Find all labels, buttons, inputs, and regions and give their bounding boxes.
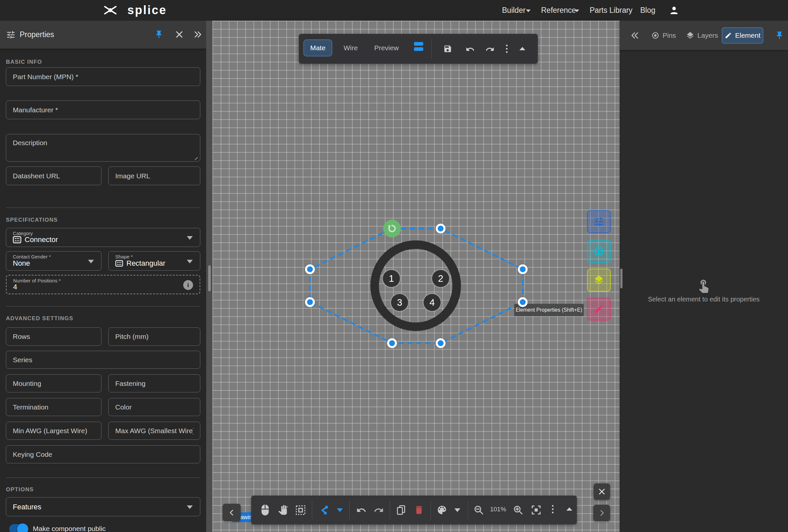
collapse-left-icon[interactable] [630, 31, 639, 40]
pin-panel-icon[interactable] [775, 31, 784, 40]
tab-mate[interactable]: Mate [303, 39, 332, 57]
keying-code-input[interactable] [6, 445, 200, 464]
datasheet-url-input[interactable] [6, 166, 101, 185]
side-layers-button[interactable] [587, 269, 611, 292]
undo-icon[interactable] [356, 505, 367, 515]
splice-logo-text: splice [127, 3, 167, 17]
panel-scrollbar-thumb[interactable] [208, 265, 211, 291]
tab-layers[interactable]: Layers [686, 21, 718, 50]
manufacturer-input[interactable] [6, 100, 200, 119]
info-icon[interactable]: i [183, 280, 193, 290]
connector-selection-graphic [213, 21, 619, 532]
properties-panel: Properties BASIC INFO SPECIFICATIONS Cat… [0, 21, 206, 532]
save-icon[interactable] [443, 44, 452, 53]
redo-icon[interactable] [485, 45, 494, 54]
mouse-tool-icon[interactable] [260, 504, 271, 516]
selection-handle-right-upper[interactable] [518, 264, 528, 274]
color-input[interactable] [109, 398, 200, 416]
palette-caret-icon[interactable] [454, 508, 460, 512]
delete-icon[interactable] [414, 504, 424, 516]
nav-parts-library[interactable]: Parts Library [590, 0, 632, 21]
rotate-handle[interactable] [383, 220, 401, 237]
prev-drawing-button[interactable] [223, 504, 241, 521]
circle-dot-icon [593, 245, 605, 257]
connector-pin-3[interactable]: 3 [391, 294, 408, 311]
selection-handle-left-upper[interactable] [305, 264, 315, 274]
wire-tool-icon[interactable] [318, 505, 329, 516]
selection-handle-bottom-left[interactable] [387, 338, 397, 348]
collapse-toolbar-icon[interactable] [519, 47, 525, 50]
zoom-out-icon[interactable] [473, 505, 484, 515]
make-public-toggle[interactable] [9, 524, 27, 532]
redo-icon[interactable] [374, 505, 384, 515]
min-awg-input[interactable] [6, 422, 101, 440]
tab-preview[interactable]: Preview [371, 39, 402, 57]
number-of-positions-field[interactable]: Number of Positions * 4 i [6, 275, 200, 294]
more-options-icon[interactable] [552, 505, 554, 513]
max-awg-input[interactable] [109, 422, 200, 440]
features-select[interactable]: Features [6, 497, 200, 516]
part-number-input[interactable] [6, 67, 200, 86]
series-input[interactable] [6, 351, 200, 369]
tab-pins[interactable]: Pins [651, 21, 676, 50]
layers-icon [686, 31, 694, 40]
side-pins-button[interactable] [587, 240, 611, 263]
pitch-input[interactable] [109, 328, 200, 346]
close-overlay-button[interactable] [594, 484, 610, 500]
section-specifications: SPECIFICATIONS [6, 217, 58, 223]
rows-input[interactable] [6, 328, 101, 346]
collapse-toolbar-icon[interactable] [566, 507, 572, 511]
marquee-select-icon[interactable] [295, 505, 306, 516]
shape-select[interactable]: Shape * Rectangular [109, 251, 200, 271]
section-options: OPTIONS [6, 486, 34, 493]
undo-icon[interactable] [466, 45, 475, 54]
selection-handle-top-right[interactable] [436, 224, 446, 234]
category-select[interactable]: Category Connector [6, 228, 200, 247]
panel-scrollbar[interactable] [206, 21, 213, 532]
user-account-icon[interactable] [669, 5, 679, 16]
termination-input[interactable] [6, 398, 101, 416]
selection-outline [310, 229, 523, 343]
zoom-in-icon[interactable] [513, 505, 524, 515]
side-element-edit-button[interactable] [587, 297, 611, 320]
side-tune-button[interactable] [587, 210, 611, 233]
pin-panel-icon[interactable] [154, 30, 163, 39]
nav-reference[interactable]: Reference [541, 0, 576, 21]
more-options-icon[interactable] [506, 45, 508, 53]
selection-handle-left-lower[interactable] [305, 297, 315, 307]
reference-caret-icon [575, 9, 579, 12]
description-textarea[interactable] [6, 134, 200, 162]
wire-tool-caret-icon[interactable] [337, 508, 343, 512]
tab-wire[interactable]: Wire [340, 39, 361, 57]
mounting-input[interactable] [6, 374, 101, 392]
features-caret-icon [187, 506, 193, 509]
collapse-panel-icon[interactable] [193, 30, 202, 39]
image-url-input[interactable] [109, 166, 200, 185]
shape-caret-icon [187, 260, 193, 263]
copy-icon[interactable] [396, 504, 407, 516]
palette-icon[interactable] [436, 505, 448, 516]
pan-hand-icon[interactable] [278, 504, 289, 516]
connector-pin-2[interactable]: 2 [432, 270, 449, 287]
connector-pin-4[interactable]: 4 [423, 294, 441, 311]
contact-gender-select[interactable]: Contact Gender * None [6, 251, 101, 271]
next-drawing-button[interactable] [593, 505, 610, 521]
contact-gender-caret-icon [88, 260, 94, 263]
toolbar-divider [430, 501, 431, 519]
drawing-canvas[interactable]: 1 2 3 4 Element Properties (Shift+E) Mat… [213, 21, 619, 532]
nav-blog[interactable]: Blog [640, 0, 655, 21]
right-scrollbar-thumb[interactable] [620, 269, 623, 288]
close-panel-icon[interactable] [175, 30, 184, 39]
connector-pin-1[interactable]: 1 [383, 270, 400, 287]
nav-builder[interactable]: Builder [502, 0, 526, 21]
selection-handle-bottom-right[interactable] [436, 338, 446, 348]
tab-element[interactable]: Element [722, 27, 763, 44]
selection-handle-right-lower[interactable] [518, 297, 528, 307]
mode-toolbar: Mate Wire Preview [299, 34, 538, 64]
public-toggle-row: Make component public [0, 524, 206, 532]
zoom-level: 101% [488, 506, 508, 513]
fastening-input[interactable] [109, 374, 200, 392]
shape-grid-icon [115, 260, 123, 267]
fit-to-screen-icon[interactable] [531, 505, 541, 515]
panel-layout-icon[interactable] [414, 42, 423, 53]
